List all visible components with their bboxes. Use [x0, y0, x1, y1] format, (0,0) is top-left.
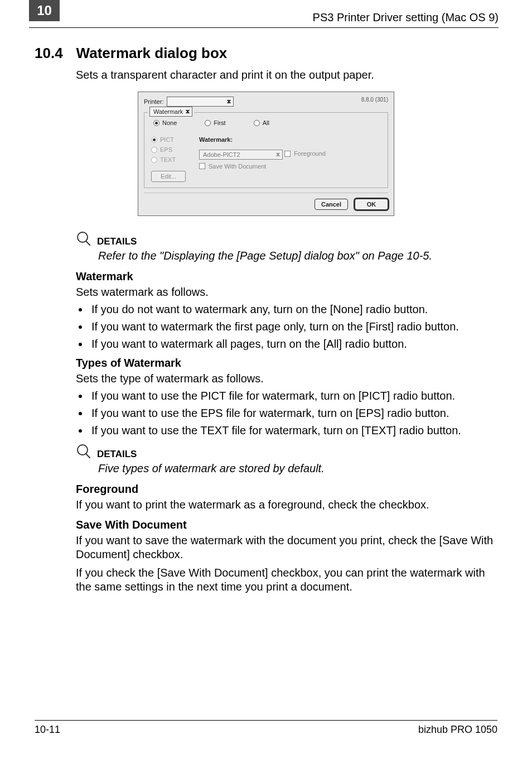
radio-dot-icon [151, 137, 157, 143]
types-intro: Sets the type of watermark as follows. [76, 372, 497, 386]
radio-pict-label: PICT [160, 136, 174, 143]
page-footer: 10-11 bizhub PRO 1050 [35, 720, 497, 736]
list-item: If you do not want to watermark any, tur… [89, 303, 497, 316]
section-title: 10.4 Watermark dialog box [35, 45, 497, 62]
list-item: If you want to use the TEXT file for wat… [89, 424, 497, 438]
radio-none-label: None [162, 119, 177, 126]
radio-circle-icon [205, 120, 211, 126]
save-with-document-label: Save With Document [209, 163, 266, 170]
chapter-badge: 10 [29, 0, 60, 21]
details-1-label: DETAILS [97, 236, 137, 247]
printer-label: Printer: [144, 98, 163, 105]
radio-circle-icon [151, 157, 157, 163]
radio-all[interactable]: All [254, 119, 269, 126]
section-heading: Watermark dialog box [76, 45, 228, 62]
panel-popup[interactable]: Watermark [149, 107, 192, 117]
list-item: If you want to watermark all pages, turn… [89, 337, 497, 351]
printer-popup[interactable] [167, 97, 234, 107]
watermark-intro: Sets watermark as follows. [76, 285, 497, 299]
watermark-dropdown-value: Adobe-PICT2 [203, 151, 240, 158]
section-number: 10.4 [35, 45, 63, 62]
radio-text-label: TEXT [160, 156, 176, 163]
save-text-2: If you check the [Save With Document] ch… [76, 566, 497, 594]
save-text-1: If you want to save the watermark with t… [76, 534, 497, 562]
save-heading: Save With Document [76, 519, 497, 531]
magnifier-icon [76, 443, 93, 460]
radio-none[interactable]: None [153, 119, 177, 126]
details-1-text: Refer to the "Displaying the [Page Setup… [98, 250, 497, 262]
radio-eps-label: EPS [160, 146, 172, 153]
watermark-select-column: Watermark: Adobe-PICT2 Foreground Save W… [199, 136, 381, 182]
watermark-select-label: Watermark: [199, 136, 381, 143]
checkbox-icon [284, 151, 291, 157]
foreground-heading: Foreground [76, 483, 497, 496]
type-radios: PICT EPS TEXT Edit... [151, 136, 186, 182]
foreground-text: If you want to print the watermark as a … [76, 498, 497, 512]
dialog-version: 8.8.0 (301) [361, 97, 388, 103]
details-1: DETAILS [76, 231, 497, 247]
radio-dot-icon [153, 120, 159, 126]
footer-left: 10-11 [35, 724, 60, 736]
dialog-groupbox: Watermark None First All [144, 112, 388, 188]
radio-first[interactable]: First [205, 119, 225, 126]
edit-button[interactable]: Edit... [151, 171, 186, 182]
list-item: If you want to use the PICT file for wat… [89, 389, 497, 403]
panel-popup-label: Watermark [153, 108, 183, 115]
details-2-label: DETAILS [97, 449, 137, 460]
page-header: 10 PS3 Printer Driver setting (Mac OS 9) [29, 0, 499, 28]
radio-all-label: All [263, 119, 269, 126]
radio-pict[interactable]: PICT [151, 136, 186, 143]
list-item: If you want to watermark the first page … [89, 320, 497, 334]
watermark-bullets: If you do not want to watermark any, tur… [89, 303, 497, 351]
radio-circle-icon [254, 120, 260, 126]
foreground-checkbox[interactable]: Foreground [284, 150, 326, 157]
save-with-document-checkbox[interactable]: Save With Document [199, 163, 266, 170]
foreground-label: Foreground [294, 150, 326, 157]
watermark-heading: Watermark [76, 270, 497, 283]
ok-button[interactable]: OK [355, 199, 388, 210]
watermark-dialog: Printer: 8.8.0 (301) Watermark None [138, 92, 394, 216]
types-bullets: If you want to use the PICT file for wat… [89, 389, 497, 438]
list-item: If you want to use the EPS file for wate… [89, 406, 497, 420]
checkbox-icon [199, 163, 205, 169]
header-right-text: PS3 Printer Driver setting (Mac OS 9) [313, 11, 499, 24]
cancel-button[interactable]: Cancel [315, 199, 348, 210]
details-2: DETAILS [76, 443, 497, 460]
details-2-text: Five types of watermark are stored by de… [98, 462, 497, 475]
types-heading: Types of Watermark [76, 357, 497, 370]
watermark-dropdown[interactable]: Adobe-PICT2 [199, 150, 283, 160]
footer-right: bizhub PRO 1050 [418, 724, 497, 736]
radio-first-label: First [214, 119, 225, 126]
radio-eps[interactable]: EPS [151, 146, 186, 153]
section-subtitle: Sets a transparent character and print i… [76, 69, 497, 81]
radio-text[interactable]: TEXT [151, 156, 186, 163]
magnifier-icon [76, 231, 93, 247]
radio-circle-icon [151, 147, 157, 153]
